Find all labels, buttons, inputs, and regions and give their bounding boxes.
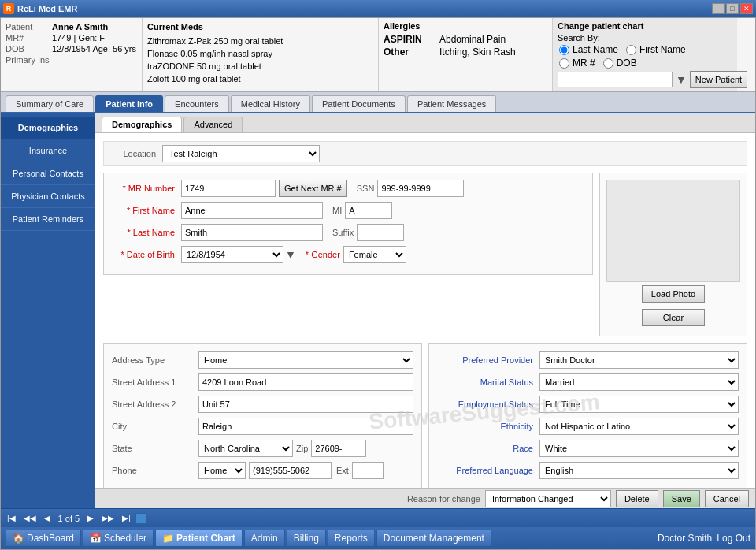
marital-status-select[interactable]: Married Single Divorced Widowed bbox=[539, 373, 739, 391]
med-item-4: Zoloft 100 mg oral tablet bbox=[147, 72, 373, 85]
sub-tab-demographics[interactable]: Demographics bbox=[102, 117, 182, 132]
sub-tab-advanced[interactable]: Advanced bbox=[183, 117, 243, 132]
first-name-input[interactable] bbox=[181, 202, 323, 219]
sub-tab-bar: Demographics Advanced bbox=[95, 113, 755, 133]
med-item-1: Zithromax Z-Pak 250 mg oral tablet bbox=[147, 35, 373, 47]
taskbar-patient-chart[interactable]: 📁 Patient Chart bbox=[155, 530, 243, 547]
last-name-input[interactable] bbox=[181, 224, 323, 241]
taskbar-billing[interactable]: Billing bbox=[287, 530, 326, 547]
radio-dob[interactable]: DOB bbox=[602, 58, 637, 69]
logout-button[interactable]: Log Out bbox=[717, 533, 750, 544]
city-label: City bbox=[112, 422, 198, 431]
taskbar-document-management[interactable]: Document Management bbox=[376, 530, 491, 547]
patient-label: Patient bbox=[6, 22, 49, 32]
current-meds-section: Current Meds Zithromax Z-Pak 250 mg oral… bbox=[143, 18, 379, 91]
location-select[interactable]: Test Raleigh bbox=[162, 145, 320, 162]
dob-field-label: * Date of Birth bbox=[110, 250, 181, 259]
ssn-label: SSN bbox=[357, 184, 375, 193]
taskbar-admin[interactable]: Admin bbox=[244, 530, 285, 547]
reason-select[interactable]: Information Changed Error Correction Oth… bbox=[485, 490, 611, 507]
tab-patient-info[interactable]: Patient Info bbox=[95, 95, 163, 112]
get-next-mr-button[interactable]: Get Next MR # bbox=[279, 180, 347, 197]
search-dropdown-icon[interactable]: ▼ bbox=[676, 73, 687, 86]
new-patient-button[interactable]: New Patient bbox=[690, 71, 747, 88]
phone-label: Phone bbox=[112, 466, 198, 475]
chart-search-input[interactable] bbox=[558, 72, 673, 87]
street-address-2-input[interactable] bbox=[198, 396, 413, 413]
cancel-button[interactable]: Cancel bbox=[705, 490, 749, 507]
phone-type-select[interactable]: Home Work Cell bbox=[198, 462, 246, 479]
city-input[interactable] bbox=[198, 418, 413, 435]
doctor-name: Doctor Smith bbox=[658, 533, 712, 544]
preferred-language-select[interactable]: English Spanish Other bbox=[539, 462, 739, 479]
app-title: ReLi Med EMR bbox=[17, 4, 77, 13]
tab-patient-documents[interactable]: Patient Documents bbox=[312, 95, 406, 112]
tab-patient-messages[interactable]: Patient Messages bbox=[407, 95, 496, 112]
save-button[interactable]: Save bbox=[663, 490, 700, 507]
nav-forward-button[interactable]: ▶ bbox=[84, 513, 97, 523]
race-label: Race bbox=[437, 444, 539, 453]
taskbar: 🏠 DashBoard 📅 Scheduler 📁 Patient Chart … bbox=[1, 527, 755, 549]
address-type-select[interactable]: Home Work Other bbox=[198, 351, 413, 369]
state-label: State bbox=[112, 444, 198, 453]
tab-summary-of-care[interactable]: Summary of Care bbox=[6, 95, 94, 112]
nav-next-button[interactable]: ▶▶ bbox=[98, 513, 117, 523]
race-select[interactable]: White Black Asian Other bbox=[539, 440, 739, 457]
race-row: Race White Black Asian Other bbox=[437, 440, 739, 457]
preferred-provider-select[interactable]: Smith Doctor Jones Doctor bbox=[539, 351, 739, 369]
phone-row: Phone Home Work Cell Ext bbox=[112, 462, 413, 479]
taskbar-scheduler[interactable]: 📅 Scheduler bbox=[83, 530, 154, 547]
sidebar-item-patient-reminders[interactable]: Patient Reminders bbox=[1, 208, 95, 231]
gender-select[interactable]: Female Male Unknown bbox=[343, 246, 406, 263]
nav-first-button[interactable]: |◀ bbox=[4, 513, 19, 523]
allergies-section: Allergies ASPIRIN Abdominal Pain Other I… bbox=[379, 18, 552, 91]
employment-status-label: Employment Status bbox=[437, 399, 539, 409]
upper-form: * MR Number Get Next MR # SSN * First Na… bbox=[103, 173, 747, 336]
dob-gender-row: * Date of Birth 12/8/1954 ▼ * Gender Fem… bbox=[110, 246, 586, 263]
dob-input[interactable]: 12/8/1954 bbox=[181, 246, 284, 263]
ssn-input[interactable] bbox=[377, 180, 464, 197]
employment-status-select[interactable]: Full Time Part Time Unemployed Retired bbox=[539, 396, 739, 413]
preferred-language-label: Preferred Language bbox=[437, 466, 539, 475]
sidebar-item-insurance[interactable]: Insurance bbox=[1, 139, 95, 162]
delete-button[interactable]: Delete bbox=[616, 490, 658, 507]
state-select[interactable]: North Carolina South Carolina Virginia bbox=[198, 440, 293, 457]
mi-input[interactable] bbox=[345, 202, 392, 219]
load-photo-button[interactable]: Load Photo bbox=[642, 285, 705, 303]
scheduler-icon: 📅 bbox=[90, 533, 102, 544]
preferred-provider-label: Preferred Provider bbox=[437, 355, 539, 365]
zip-input[interactable] bbox=[311, 440, 366, 457]
minimize-button[interactable]: ─ bbox=[712, 3, 724, 14]
nav-last-button[interactable]: ▶| bbox=[119, 513, 134, 523]
mr-number-input[interactable] bbox=[181, 180, 276, 197]
patient-info-section: Patient Anne A Smith MR# 1749 | Gen: F D… bbox=[1, 18, 143, 91]
radio-first-name[interactable]: First Name bbox=[624, 44, 686, 55]
suffix-input[interactable] bbox=[357, 224, 404, 241]
radio-mr[interactable]: MR # bbox=[558, 58, 595, 69]
sidebar-item-personal-contacts[interactable]: Personal Contacts bbox=[1, 162, 95, 185]
sidebar-item-demographics[interactable]: Demographics bbox=[1, 117, 95, 139]
ethnicity-row: Ethnicity Not Hispanic or Latino Hispani… bbox=[437, 418, 739, 435]
main-window: Patient Anne A Smith MR# 1749 | Gen: F D… bbox=[0, 17, 756, 550]
sidebar-item-physician-contacts[interactable]: Physician Contacts bbox=[1, 185, 95, 208]
tab-encounters[interactable]: Encounters bbox=[165, 95, 229, 112]
phone-number-input[interactable] bbox=[249, 462, 332, 479]
close-button[interactable]: ✕ bbox=[740, 3, 753, 14]
phone-ext-input[interactable] bbox=[352, 462, 384, 479]
ethnicity-select[interactable]: Not Hispanic or Latino Hispanic or Latin… bbox=[539, 418, 739, 435]
street-address-2-label: Street Address 2 bbox=[112, 399, 198, 409]
radio-last-name[interactable]: Last Name bbox=[558, 44, 618, 55]
address-type-label: Address Type bbox=[112, 355, 198, 365]
nav-prev-button[interactable]: ◀◀ bbox=[20, 513, 39, 523]
allergy-item-1: ASPIRIN Abdominal Pain bbox=[384, 33, 547, 46]
tab-medical-history[interactable]: Medical History bbox=[231, 95, 310, 112]
nav-scroll[interactable] bbox=[135, 513, 146, 524]
street-address-1-input[interactable] bbox=[198, 373, 413, 391]
taskbar-dashboard[interactable]: 🏠 DashBoard bbox=[6, 530, 81, 547]
maximize-button[interactable]: □ bbox=[726, 3, 739, 14]
photo-section: Load Photo Clear bbox=[599, 173, 747, 336]
photo-display bbox=[606, 180, 740, 282]
taskbar-reports[interactable]: Reports bbox=[328, 530, 375, 547]
nav-back-button[interactable]: ◀ bbox=[41, 513, 54, 523]
clear-photo-button[interactable]: Clear bbox=[642, 309, 705, 326]
